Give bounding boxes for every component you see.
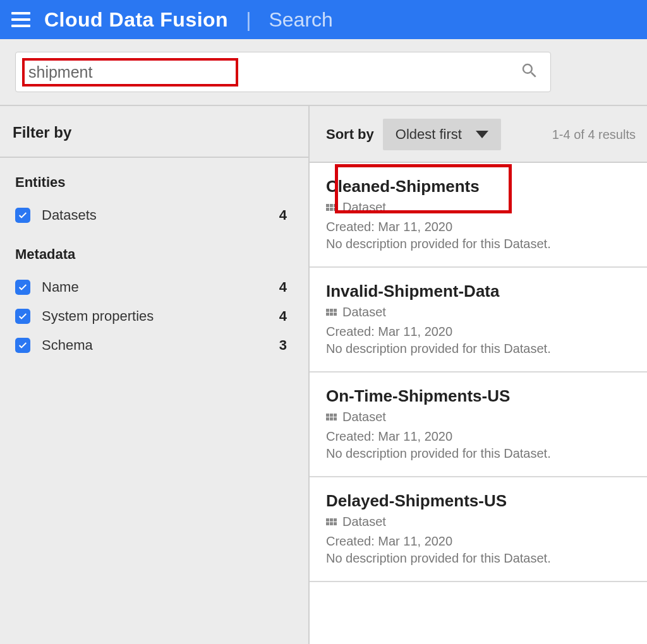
topbar: Cloud Data Fusion | Search (0, 0, 647, 39)
menu-icon[interactable] (11, 12, 30, 27)
result-card[interactable]: Invalid-Shipment-Data Dataset Created: M… (310, 268, 647, 373)
result-title: Delayed-Shipments-US (326, 491, 631, 511)
dataset-icon (326, 309, 337, 316)
checkbox-checked-icon[interactable] (15, 338, 30, 353)
filter-count: 4 (279, 308, 293, 325)
result-type: Dataset (342, 515, 386, 529)
dataset-icon (326, 414, 337, 421)
filter-item-datasets[interactable]: Datasets 4 (0, 201, 308, 230)
results-panel: Sort by Oldest first 1-4 of 4 results Cl… (310, 106, 647, 644)
search-box (15, 52, 551, 92)
page-title: Search (269, 8, 332, 32)
result-title: Cleaned-Shipments (326, 177, 631, 196)
sort-dropdown[interactable]: Oldest first (383, 119, 501, 150)
filter-item-system-properties[interactable]: System properties 4 (0, 302, 308, 331)
result-created: Created: Mar 11, 2020 (326, 325, 631, 339)
checkbox-checked-icon[interactable] (15, 309, 30, 324)
result-description: No description provided for this Dataset… (326, 237, 631, 251)
chevron-down-icon (476, 131, 488, 138)
sort-by-label: Sort by (326, 126, 374, 143)
filter-item-schema[interactable]: Schema 3 (0, 331, 308, 360)
result-type: Dataset (342, 305, 386, 319)
dataset-icon (326, 518, 337, 526)
main-content: Filter by Entities Datasets 4 Metadata N… (0, 106, 647, 644)
filter-label: Datasets (42, 207, 279, 224)
checkbox-checked-icon[interactable] (15, 280, 30, 295)
result-description: No description provided for this Dataset… (326, 551, 631, 566)
filter-group-title-entities: Entities (0, 158, 308, 201)
result-card[interactable]: Cleaned-Shipments Dataset Created: Mar 1… (310, 163, 647, 268)
filter-sidebar: Filter by Entities Datasets 4 Metadata N… (0, 106, 310, 644)
result-list: Cleaned-Shipments Dataset Created: Mar 1… (310, 163, 647, 644)
result-type: Dataset (342, 410, 386, 424)
search-bar-container (0, 39, 647, 106)
search-icon[interactable] (520, 61, 539, 83)
title-separator: | (246, 8, 251, 32)
result-title: On-Time-Shipments-US (326, 386, 631, 406)
result-card[interactable]: On-Time-Shipments-US Dataset Created: Ma… (310, 373, 647, 477)
filter-count: 4 (279, 207, 293, 224)
result-created: Created: Mar 11, 2020 (326, 429, 631, 444)
dataset-icon (326, 204, 337, 212)
result-type: Dataset (342, 200, 386, 215)
search-input[interactable] (25, 61, 232, 84)
results-count: 1-4 of 4 results (552, 128, 636, 142)
filter-count: 4 (279, 279, 293, 295)
sort-value: Oldest first (396, 126, 462, 143)
filter-heading: Filter by (0, 106, 308, 158)
results-header: Sort by Oldest first 1-4 of 4 results (310, 106, 647, 163)
result-created: Created: Mar 11, 2020 (326, 534, 631, 549)
result-description: No description provided for this Dataset… (326, 446, 631, 461)
filter-label: System properties (42, 308, 279, 325)
filter-item-name[interactable]: Name 4 (0, 273, 308, 302)
highlight-annotation (22, 58, 238, 86)
filter-label: Schema (42, 337, 279, 354)
app-title: Cloud Data Fusion (44, 8, 228, 32)
result-card[interactable]: Delayed-Shipments-US Dataset Created: Ma… (310, 477, 647, 582)
result-title: Invalid-Shipment-Data (326, 282, 631, 301)
result-created: Created: Mar 11, 2020 (326, 220, 631, 234)
checkbox-checked-icon[interactable] (15, 208, 30, 223)
filter-group-title-metadata: Metadata (0, 230, 308, 273)
filter-count: 3 (279, 337, 293, 354)
filter-label: Name (42, 279, 279, 295)
result-description: No description provided for this Dataset… (326, 342, 631, 356)
